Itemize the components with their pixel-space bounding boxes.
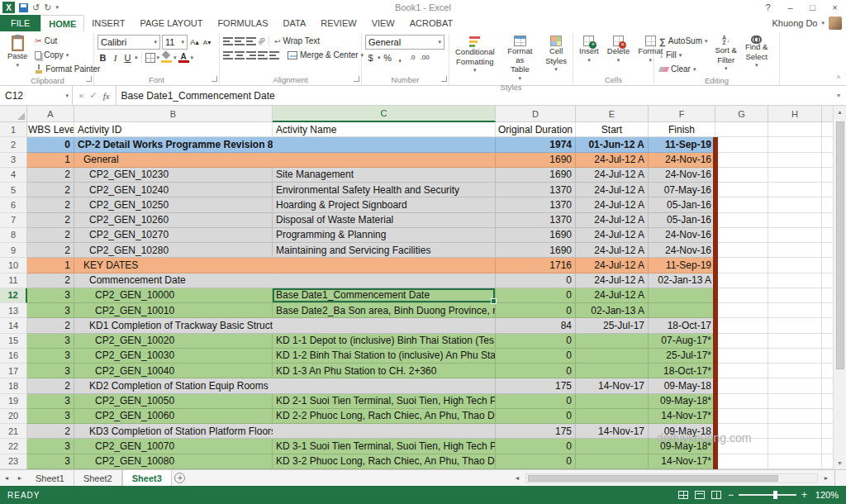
cell-D12[interactable]: 0 xyxy=(496,288,576,303)
cell-H9[interactable] xyxy=(768,243,822,258)
cell-B19[interactable]: CP2_GEN_10050 xyxy=(74,394,273,409)
borders-icon[interactable] xyxy=(145,53,155,63)
tab-page-layout[interactable]: PAGE LAYOUT xyxy=(132,15,210,31)
cell-B15[interactable]: CP2_GEN_10020 xyxy=(74,334,273,349)
row-header-16[interactable]: 16 xyxy=(0,349,27,364)
zoom-slider-thumb[interactable] xyxy=(773,491,777,499)
cell-D15[interactable]: 0 xyxy=(496,334,576,349)
cell-F9[interactable]: 24-Nov-16 xyxy=(649,243,715,258)
maximize-button[interactable]: □ xyxy=(801,0,824,15)
clear-button[interactable]: Clear ▾ xyxy=(658,63,710,75)
cell-C13[interactable]: Base Date2_Ba Son area, Binh Duong Provi… xyxy=(273,303,496,318)
cell-F11[interactable]: 02-Jan-13 A xyxy=(649,273,715,288)
cell-G11[interactable] xyxy=(715,273,768,288)
cell-A5[interactable]: 2 xyxy=(27,183,74,197)
percent-style-button[interactable]: % xyxy=(383,51,393,64)
scroll-up-icon[interactable]: ▲ xyxy=(834,106,846,118)
cell-A14[interactable]: 2 xyxy=(27,318,74,333)
cell-B6[interactable]: CP2_GEN_10250 xyxy=(74,197,273,212)
cell-H17[interactable] xyxy=(768,364,822,378)
cell-B14[interactable]: KD1 Completion of Trackway Basic Structu… xyxy=(74,318,273,333)
font-size-select[interactable]: 11 ▾ xyxy=(162,35,188,50)
cell-F18[interactable]: 09-May-18 xyxy=(649,378,715,393)
cell-H1[interactable] xyxy=(768,122,822,137)
row-header-8[interactable]: 8 xyxy=(0,228,27,243)
cell-G2[interactable] xyxy=(715,137,768,152)
cell-E1[interactable]: Start xyxy=(576,122,649,137)
cell-D19[interactable]: 0 xyxy=(496,394,576,409)
cell-G14[interactable] xyxy=(715,318,768,333)
cell-H12[interactable] xyxy=(768,288,822,303)
undo-icon[interactable]: ↺ xyxy=(32,2,40,13)
tab-formulas[interactable]: FORMULAS xyxy=(210,15,275,31)
underline-button[interactable]: U xyxy=(122,51,133,64)
cell-E19[interactable] xyxy=(576,394,649,409)
cell-E18[interactable]: 14-Nov-17 xyxy=(576,378,649,393)
cell-B10[interactable]: KEY DATES xyxy=(74,258,273,273)
cell-G4[interactable] xyxy=(715,168,768,183)
cell-G7[interactable] xyxy=(715,213,768,228)
row-header-14[interactable]: 14 xyxy=(0,318,27,333)
cell-H14[interactable] xyxy=(768,318,822,333)
cell-G19[interactable] xyxy=(715,394,768,409)
cell-H16[interactable] xyxy=(768,349,822,364)
cell-H4[interactable] xyxy=(768,168,822,183)
cell-C22[interactable]: KD 3-1 Suoi Tien Terminal, Suoi Tien, Hi… xyxy=(273,439,496,454)
column-header-G[interactable]: G xyxy=(715,106,768,122)
find-select-button[interactable]: Find & Select ▾ xyxy=(743,35,770,69)
cell-E15[interactable] xyxy=(576,334,649,349)
tab-insert[interactable]: INSERT xyxy=(84,15,132,31)
cell-C4[interactable]: Site Management xyxy=(273,168,496,183)
cell-D18[interactable]: 175 xyxy=(496,378,576,393)
row-header-1[interactable]: 1 xyxy=(0,122,27,137)
cell-C8[interactable]: Programming & Planning xyxy=(273,228,496,243)
accounting-format-button[interactable]: $ xyxy=(365,51,376,64)
cell-F2[interactable]: 11-Sep-19 xyxy=(649,137,715,152)
cell-A7[interactable]: 2 xyxy=(27,213,74,228)
cell-H10[interactable] xyxy=(768,258,822,273)
fill-color-icon[interactable] xyxy=(161,52,172,63)
vertical-scroll-thumb[interactable] xyxy=(836,121,844,369)
dialog-launcher-icon[interactable] xyxy=(354,76,359,82)
cell-F15[interactable]: 07-Aug-17* xyxy=(649,334,715,349)
cell-E23[interactable] xyxy=(576,454,649,469)
cell-G8[interactable] xyxy=(715,228,768,243)
cell-A23[interactable]: 3 xyxy=(27,454,74,469)
cell-E14[interactable]: 25-Jul-17 xyxy=(576,318,649,333)
cell-F13[interactable] xyxy=(649,303,715,318)
account-area[interactable]: Khuong Do ▾ xyxy=(772,15,846,31)
cell-B5[interactable]: CP2_GEN_10240 xyxy=(74,183,273,197)
cell-H19[interactable] xyxy=(768,394,822,409)
cell-G13[interactable] xyxy=(715,303,768,318)
cell-A1[interactable]: WBS Level xyxy=(27,122,74,137)
cell-D20[interactable]: 0 xyxy=(496,409,576,424)
cell-E2[interactable]: 01-Jun-12 A xyxy=(576,137,649,152)
cell-C11[interactable] xyxy=(273,273,496,288)
cell-A11[interactable]: 2 xyxy=(27,273,74,288)
sheet-tab-sheet2[interactable]: Sheet2 xyxy=(74,470,122,486)
cell-H6[interactable] xyxy=(768,197,822,212)
merge-center-button[interactable]: Merge & Center ▾ xyxy=(286,49,365,61)
cell-H2[interactable] xyxy=(768,137,822,152)
tab-split-handle[interactable] xyxy=(834,470,846,486)
cell-H5[interactable] xyxy=(768,183,822,197)
column-header-H[interactable]: H xyxy=(768,106,822,122)
cell-E4[interactable]: 24-Jul-12 A xyxy=(576,168,649,183)
tab-file[interactable]: FILE xyxy=(0,15,40,31)
cell-F23[interactable]: 14-Nov-17* xyxy=(649,454,715,469)
cell-E20[interactable] xyxy=(576,409,649,424)
cell-E13[interactable]: 02-Jan-13 A xyxy=(576,303,649,318)
scroll-down-icon[interactable]: ▼ xyxy=(834,457,846,469)
dialog-launcher-icon[interactable] xyxy=(441,76,447,82)
row-header-7[interactable]: 7 xyxy=(0,213,27,228)
cell-G5[interactable] xyxy=(715,183,768,197)
row-header-20[interactable]: 20 xyxy=(0,409,27,424)
delete-cells-button[interactable]: Delete ▾ xyxy=(605,35,632,64)
horizontal-scrollbar[interactable]: ◄ ► xyxy=(509,470,834,486)
cell-G23[interactable] xyxy=(715,454,768,469)
cell-A13[interactable]: 3 xyxy=(27,303,74,318)
normal-view-icon[interactable] xyxy=(678,491,688,499)
cell-F10[interactable]: 11-Sep-19 xyxy=(649,258,715,273)
avatar[interactable] xyxy=(829,17,842,30)
cell-F1[interactable]: Finish xyxy=(649,122,715,137)
